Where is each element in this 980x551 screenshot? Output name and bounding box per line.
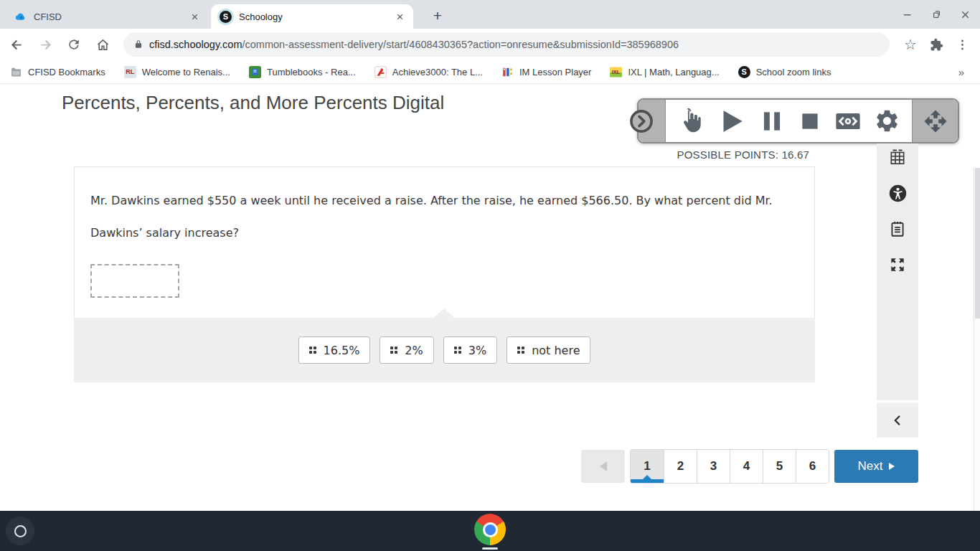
bookmark-tumblebooks[interactable]: Tumblebooks - Rea... [249,66,356,78]
answer-chip[interactable]: 3% [443,336,497,364]
achieve3000-favicon-icon [374,66,387,78]
home-icon[interactable] [90,32,115,57]
bookmark-im-lesson-player[interactable]: IM Lesson Player [501,66,591,78]
extensions-puzzle-icon[interactable] [924,32,948,57]
bookmark-cfisd-folder[interactable]: CFISD Bookmarks [10,66,105,78]
launcher-button[interactable] [6,517,34,545]
answer-chip[interactable]: 16.5% [298,336,371,364]
tab-cfisd[interactable]: CFISD [6,4,208,29]
page-button-6[interactable]: 6 [796,450,829,483]
cfisd-cloud-favicon-icon [14,11,27,23]
possible-points-label: POSSIBLE POINTS: 16.67 [677,149,809,161]
stop-icon[interactable] [798,109,822,133]
bookmarks-bar: CFISD Bookmarks RL Welcome to Renais... … [0,60,980,84]
chrome-app-icon[interactable] [474,514,506,545]
next-button[interactable]: Next [834,450,918,483]
im-favicon-icon [501,66,514,78]
page-number-buttons: 1 2 3 4 5 6 [630,449,829,484]
bookmarks-overflow-chevron[interactable]: » [958,66,964,78]
toolbar-right: ☆ [897,32,974,57]
answer-label: 3% [468,344,486,357]
page-content: Percents, Percents, and More Percents Di… [0,84,980,511]
pagination: 1 2 3 4 5 6 Next [581,449,918,484]
window-controls [898,5,974,24]
drag-handle-icon [454,347,461,354]
calculator-icon[interactable] [887,146,908,168]
page-scrollbar[interactable] [974,168,980,551]
launcher-circle-icon [14,525,27,537]
tab-schoology[interactable]: S Schoology [211,4,413,29]
drag-handle-icon [309,347,316,354]
answer-drop-zone[interactable] [90,264,179,298]
page-number: 4 [743,459,750,473]
next-label: Next [858,459,883,474]
lock-icon [133,39,143,50]
fullscreen-expand-icon[interactable] [887,254,908,276]
page-button-3[interactable]: 3 [697,450,730,483]
pause-icon[interactable] [758,108,786,135]
page-button-4[interactable]: 4 [730,450,763,483]
toolbar-collapse-button[interactable] [628,108,654,134]
browser-toolbar: cfisd.schoology.com/common-assessment-de… [0,29,980,60]
scrollbar-thumb[interactable] [975,168,980,319]
move-icon [923,109,948,133]
forward-icon[interactable] [33,32,57,57]
bookmark-star-icon[interactable]: ☆ [898,32,923,57]
bookmark-label: Tumblebooks - Rea... [267,67,356,77]
tab-strip: CFISD S Schoology + [0,0,980,29]
bookmark-label: Achieve3000: The L... [392,67,483,77]
drag-handle-icon [390,347,397,354]
new-tab-button[interactable]: + [428,6,448,26]
schoology-favicon-icon: S [220,11,232,23]
notepad-icon[interactable] [887,218,908,240]
answer-chip[interactable]: 2% [380,336,433,364]
chevron-left-icon [890,413,905,428]
tab-title: CFISD [34,11,188,22]
bookmark-label: IXL | Math, Languag... [628,67,719,77]
settings-gear-icon[interactable] [874,108,900,134]
url-domain: cfisd.schoology.com [149,39,242,50]
minimize-icon[interactable] [898,5,917,24]
page-number: 6 [809,459,816,473]
bookmark-renaissance[interactable]: RL Welcome to Renais... [124,66,230,78]
bookmark-label: IM Lesson Player [519,67,591,77]
page-button-2[interactable]: 2 [664,450,697,483]
click-to-speak-hand-icon[interactable] [677,108,704,134]
tab-close-icon[interactable] [393,10,406,23]
active-app-indicator [482,547,498,550]
tab-title: Schoology [239,11,393,22]
sidebar-collapse-button[interactable] [877,402,918,438]
answer-chip[interactable]: not here [507,336,590,364]
page-button-5[interactable]: 5 [763,450,796,483]
restore-window-icon[interactable] [927,5,946,24]
text-to-speech-toolbar [637,98,959,143]
play-icon[interactable] [716,106,746,136]
tumblebooks-favicon-icon [249,66,261,78]
back-icon[interactable] [4,32,29,57]
folder-icon [10,66,22,78]
browser-menu-kebab-icon[interactable] [950,32,974,57]
answer-label: not here [532,344,580,357]
accessibility-icon[interactable] [887,182,908,204]
screen-mask-eye-icon[interactable] [834,108,862,135]
page-button-1[interactable]: 1 [631,450,664,483]
bookmark-achieve3000[interactable]: Achieve3000: The L... [374,66,483,78]
schoology-favicon-icon: S [738,66,750,78]
page-number: 3 [710,459,717,473]
chromeos-shelf: Sign out EXTD 12:03 [0,511,980,551]
bookmark-ixl[interactable]: IXL IXL | Math, Languag... [610,66,719,78]
answer-options-strip: 16.5% 2% 3% not here [74,318,815,382]
tab-close-icon[interactable] [188,10,201,23]
answer-label: 16.5% [324,344,360,357]
previous-page-button[interactable] [581,450,625,483]
reload-icon[interactable] [62,32,86,57]
close-window-icon[interactable] [956,5,974,24]
answer-label: 2% [405,344,423,357]
question-card: Mr. Dawkins earned $550 a week until he … [74,166,815,318]
address-bar[interactable]: cfisd.schoology.com/common-assessment-de… [123,32,890,57]
toolbar-drag-handle[interactable] [912,100,958,142]
svg-text:IXL: IXL [612,69,621,75]
bookmark-school-zoom-links[interactable]: S School zoom links [738,66,831,78]
url-path: /common-assessment-delivery/start/460843… [242,39,679,50]
answers-caret [433,309,455,318]
